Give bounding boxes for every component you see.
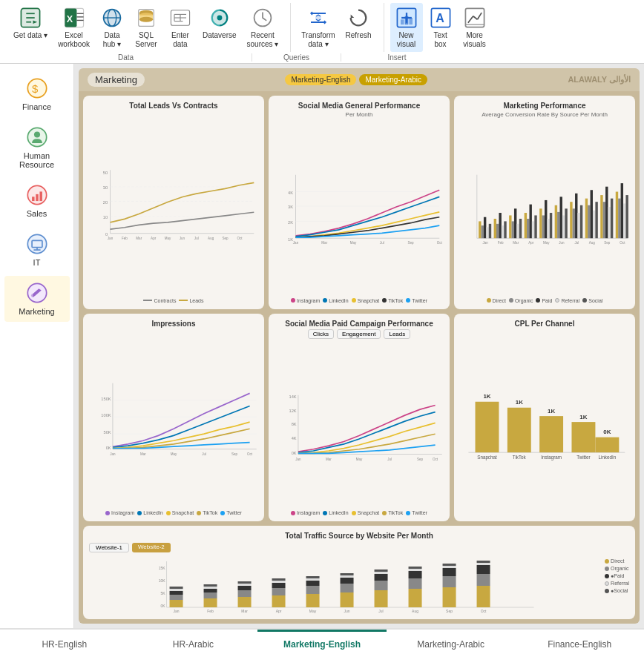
svg-rect-138	[605, 187, 608, 239]
ribbon-tools: Get data ▾ X Excelworkbook	[0, 0, 644, 52]
svg-rect-129	[577, 213, 579, 238]
data-hub-button[interactable]: Datahub ▾	[96, 3, 128, 52]
chart-1-title: Total Leads Vs Contracts	[89, 102, 258, 110]
more-visuals-button[interactable]: Morevisuals	[459, 3, 491, 52]
svg-rect-250	[443, 564, 456, 566]
svg-rect-140	[611, 199, 613, 239]
recent-sources-button[interactable]: Recentsources ▾	[243, 3, 283, 52]
svg-text:Jul: Jul	[574, 241, 579, 245]
website2-tab[interactable]: Website-2	[132, 543, 171, 552]
svg-rect-100	[489, 224, 491, 238]
new-visual-button[interactable]: Newvisual	[390, 3, 423, 52]
marketing-icon	[26, 282, 48, 304]
ribbon-group-insert: Newvisual A Textbox	[386, 3, 499, 52]
svg-text:Jan: Jan	[295, 457, 301, 460]
svg-rect-128	[575, 194, 577, 238]
svg-rect-118	[545, 200, 547, 238]
chart-5-svg: 0K 4K 8K 12K 14K	[275, 340, 444, 509]
enter-data-button[interactable]: Enterdata	[164, 3, 197, 52]
svg-text:Oct: Oct	[247, 452, 253, 455]
ribbon-group-queries: Transformdata ▾ Refresh	[292, 3, 384, 52]
svg-rect-108	[514, 208, 516, 238]
svg-text:100K: 100K	[101, 413, 111, 417]
tab-finance-english[interactable]: Finance-English	[515, 630, 644, 657]
sidebar-item-finance[interactable]: $ Finance	[4, 71, 70, 117]
dataverse-button[interactable]: Dataverse	[198, 3, 241, 43]
svg-text:Aug: Aug	[412, 609, 418, 613]
svg-rect-229	[306, 578, 320, 581]
svg-rect-144	[623, 203, 625, 238]
svg-text:May: May	[350, 241, 357, 245]
svg-rect-116	[539, 208, 542, 238]
sidebar-item-it[interactable]: IT	[4, 227, 70, 273]
chart-5-title: Social Media Paid Campaign Performance	[275, 320, 444, 328]
tab-hr-arabic[interactable]: HR-Arabic	[129, 630, 258, 657]
sidebar-item-hr[interactable]: HumanResource	[4, 120, 70, 175]
svg-text:1K: 1K	[483, 393, 490, 400]
filter-clicks[interactable]: Clicks	[308, 329, 334, 339]
svg-rect-236	[375, 590, 388, 607]
svg-rect-225	[272, 578, 286, 581]
tab-marketing-english[interactable]: Marketing-English	[257, 630, 387, 657]
excel-workbook-button[interactable]: X Excelworkbook	[53, 3, 94, 52]
svg-rect-123	[560, 197, 562, 238]
chart-6-title: CPL Per Channel	[460, 320, 629, 328]
data-hub-label: Datahub ▾	[103, 31, 121, 49]
sql-server-button[interactable]: SQLServer	[130, 3, 162, 52]
svg-rect-110	[519, 219, 522, 238]
svg-rect-114	[532, 221, 534, 238]
svg-rect-221	[272, 595, 286, 607]
tab-marketing-english[interactable]: Marketing-English	[285, 74, 356, 85]
data-hub-icon	[100, 6, 124, 30]
filter-engagement[interactable]: Engagement	[337, 329, 381, 339]
svg-text:Sep: Sep	[231, 452, 238, 455]
svg-rect-211	[204, 598, 217, 607]
svg-text:Aug: Aug	[589, 241, 596, 245]
svg-rect-242	[409, 578, 422, 589]
chart-social-paid: Social Media Paid Campaign Performance C…	[269, 314, 450, 521]
svg-text:5K: 5K	[160, 591, 165, 595]
refresh-button[interactable]: Refresh	[341, 3, 376, 43]
dashboard-logo: ALAWALY الأوالى	[568, 75, 631, 85]
excel-label: Excelworkbook	[58, 31, 90, 49]
svg-text:May: May	[356, 457, 363, 460]
tab-marketing-arabic[interactable]: Marketing-Arabic	[387, 630, 516, 657]
tab-marketing-arabic[interactable]: Marketing-Arabic	[359, 74, 427, 85]
text-box-button[interactable]: A Textbox	[424, 3, 457, 52]
svg-text:1K: 1K	[579, 413, 587, 420]
chart-2-title: Social Media General Performance	[275, 102, 444, 110]
svg-text:3K: 3K	[288, 205, 293, 209]
chart-2-svg: 1K 2K 3K 4K Jan	[275, 121, 444, 297]
svg-rect-125	[565, 208, 567, 238]
sidebar-item-marketing[interactable]: Marketing	[4, 276, 70, 322]
svg-rect-103	[499, 213, 501, 238]
svg-rect-220	[238, 581, 252, 584]
data-group-label: Data	[0, 53, 252, 62]
svg-text:Jan: Jan	[110, 452, 116, 455]
transform-data-button[interactable]: Transformdata ▾	[297, 3, 339, 52]
svg-rect-241	[409, 589, 422, 607]
svg-rect-104	[502, 225, 504, 238]
svg-point-48	[33, 132, 39, 138]
svg-rect-216	[238, 597, 252, 607]
sidebar-item-sales[interactable]: Sales	[4, 178, 70, 224]
transform-label: Transformdata ▾	[301, 31, 335, 49]
website1-tab[interactable]: Website-1	[89, 543, 129, 552]
svg-rect-206	[170, 600, 183, 607]
main-content: $ Finance HumanResource	[0, 64, 644, 628]
get-data-button[interactable]: Get data ▾	[9, 3, 52, 43]
svg-text:Oct: Oct	[620, 241, 625, 245]
tab-hr-english[interactable]: HR-English	[0, 630, 129, 657]
svg-text:10: 10	[103, 215, 108, 219]
chart-3-legend: Direct Organic Paid Referral Social	[460, 298, 629, 303]
svg-rect-235	[341, 573, 354, 575]
svg-rect-253	[477, 565, 490, 574]
charts-grid: Total Leads Vs Contracts 0 10 20 30	[79, 91, 640, 526]
svg-rect-227	[306, 586, 320, 594]
svg-rect-134	[593, 211, 595, 239]
svg-text:30: 30	[103, 185, 108, 190]
filter-leads[interactable]: Leads	[384, 329, 410, 339]
svg-text:A: A	[436, 12, 444, 24]
traffic-title: Total Traffic Source by Website Per Mont…	[89, 532, 629, 540]
refresh-label: Refresh	[346, 31, 372, 40]
